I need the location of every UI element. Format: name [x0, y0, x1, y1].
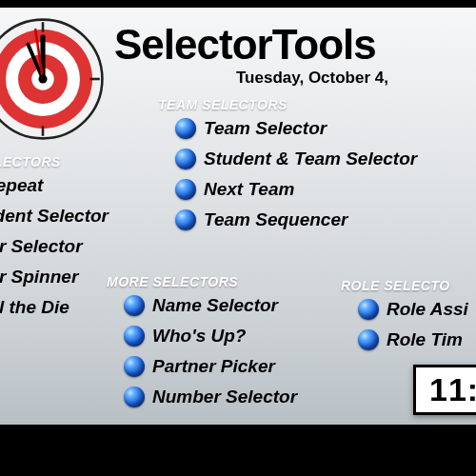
item-partner-picker[interactable]: Partner Picker	[124, 356, 275, 377]
orb-icon	[124, 387, 145, 407]
item-color-selector[interactable]: lor Selector	[0, 236, 83, 257]
orb-icon	[175, 179, 196, 200]
clock-display: 11:08	[413, 365, 476, 415]
item-role-assign[interactable]: Role Assi	[358, 299, 468, 320]
orb-icon	[124, 326, 145, 347]
bullseye-clock-icon	[0, 17, 105, 141]
orb-icon	[358, 329, 379, 350]
item-role-timer[interactable]: Role Tim	[358, 329, 463, 350]
item-roll-die[interactable]: oll the Die	[0, 297, 69, 318]
orb-icon	[175, 118, 196, 139]
app-title: SelectorTools	[114, 21, 376, 69]
item-team-selector[interactable]: Team Selector	[175, 118, 327, 139]
item-next-team[interactable]: Next Team	[175, 179, 294, 200]
section-heading-more: MORE SELECTORS	[107, 274, 238, 289]
item-number-selector[interactable]: Number Selector	[124, 387, 297, 407]
main-panel: SelectorTools Tuesday, October 4, NT SEL…	[0, 8, 476, 425]
orb-icon	[358, 299, 379, 320]
item-whos-up[interactable]: Who's Up?	[124, 326, 246, 347]
orb-icon	[124, 356, 145, 377]
item-color-spinner[interactable]: lor Spinner	[0, 267, 78, 288]
item-student-team-selector[interactable]: Student & Team Selector	[175, 149, 417, 169]
orb-icon	[175, 209, 196, 230]
section-heading-role: ROLE SELECTO	[341, 278, 450, 293]
item-name-selector[interactable]: Name Selector	[124, 295, 278, 316]
item-team-sequencer[interactable]: Team Sequencer	[175, 209, 347, 230]
svg-point-12	[38, 74, 47, 83]
item-student-selector[interactable]: udent Selector	[0, 206, 109, 227]
section-heading-team: TEAM SELECTORS	[158, 97, 288, 112]
current-date: Tuesday, October 4,	[236, 69, 388, 88]
section-heading-student: NT SELECTORS	[0, 154, 61, 169]
orb-icon	[175, 149, 196, 169]
orb-icon	[124, 295, 145, 316]
item-repeat[interactable]: Repeat	[0, 175, 43, 196]
